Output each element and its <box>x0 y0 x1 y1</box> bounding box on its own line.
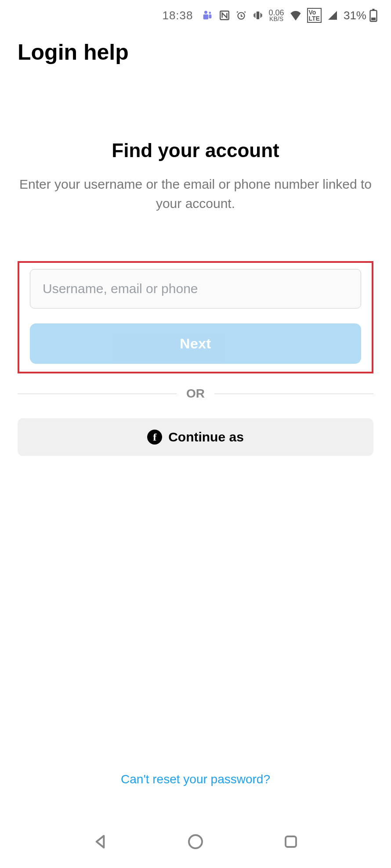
vibrate-icon <box>252 10 264 21</box>
svg-rect-3 <box>209 14 211 18</box>
find-account-subtitle: Enter your username or the email or phon… <box>18 175 373 213</box>
svg-point-10 <box>189 835 202 848</box>
battery-icon <box>369 9 378 22</box>
divider-line <box>214 394 373 394</box>
nav-home-button[interactable] <box>184 830 207 853</box>
cant-reset-link[interactable]: Can't reset your password? <box>0 772 391 786</box>
teams-icon <box>201 9 214 22</box>
nav-recent-button[interactable] <box>279 830 302 853</box>
nav-back-button[interactable] <box>89 830 112 853</box>
divider-line <box>18 394 177 394</box>
wifi-icon <box>290 10 302 21</box>
status-time: 18:38 <box>162 9 193 22</box>
net-speed-unit: KB/S <box>269 16 283 22</box>
continue-label: Continue as <box>168 430 244 445</box>
battery-percent: 31% <box>344 9 366 22</box>
facebook-icon: f <box>147 430 162 445</box>
svg-rect-11 <box>286 836 296 847</box>
svg-rect-6 <box>256 11 259 19</box>
header: Login help <box>0 31 391 65</box>
next-button[interactable]: Next <box>30 323 361 364</box>
svg-point-1 <box>209 12 211 14</box>
page-title: Login help <box>18 39 373 65</box>
android-nav-bar <box>0 815 391 868</box>
volte-icon: VoLTE <box>307 8 322 23</box>
signal-icon <box>327 10 338 21</box>
svg-rect-8 <box>373 9 375 11</box>
alarm-icon <box>235 10 247 21</box>
find-account-title: Find your account <box>18 140 373 161</box>
svg-point-0 <box>204 11 207 14</box>
continue-facebook-button[interactable]: f Continue as <box>18 418 373 456</box>
nfc-icon <box>219 10 230 21</box>
or-separator: OR <box>18 387 373 401</box>
battery-indicator: 31% <box>344 9 378 22</box>
net-speed-indicator: 0.06 KB/S <box>269 9 284 22</box>
highlight-box: Next <box>18 261 373 373</box>
or-label: OR <box>186 387 205 401</box>
svg-rect-9 <box>371 18 376 20</box>
svg-rect-2 <box>203 14 208 20</box>
username-input[interactable] <box>30 269 361 308</box>
main-content: Find your account Enter your username or… <box>0 140 391 456</box>
status-bar: 18:38 0.06 KB/S VoLTE 31% <box>0 0 391 31</box>
